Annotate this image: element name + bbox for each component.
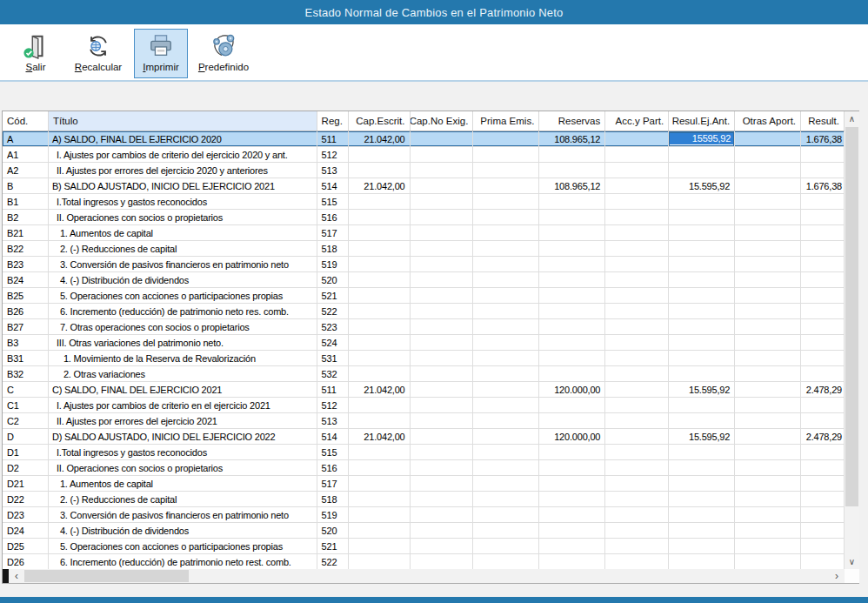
cell-B2-result[interactable] [801,210,845,224]
cell-B32-resul_ej_ant[interactable] [669,366,735,381]
cell-B24-result[interactable] [801,272,845,287]
cell-B22-resul_ej_ant[interactable] [669,241,735,256]
cell-A2-result[interactable] [801,163,845,178]
column-header-titulo[interactable]: Título [49,111,317,131]
cell-B32-acc_y_part[interactable] [605,366,669,381]
cell-D24-cap_no_exig[interactable] [411,523,474,538]
cell-B27-acc_y_part[interactable] [605,319,669,334]
cell-B2-prima_emis[interactable] [473,210,539,224]
cell-B23-reg[interactable]: 519 [317,257,349,271]
cell-D25-result[interactable] [801,539,845,553]
cell-A2-resul_ej_ant[interactable] [669,163,735,178]
column-header-reservas[interactable]: Reservas [539,111,605,131]
cell-D1-cod[interactable]: D1 [3,445,49,459]
cell-B3-cap_no_exig[interactable] [411,335,474,350]
cell-B2-cap_escrit[interactable] [349,210,411,224]
cell-B22-prima_emis[interactable] [473,241,539,256]
cell-A1-cap_no_exig[interactable] [411,147,474,162]
cell-D22-resul_ej_ant[interactable] [669,492,735,506]
cell-D2-result[interactable] [801,460,845,475]
cell-B32-cod[interactable]: B32 [3,366,49,381]
cell-C-resul_ej_ant[interactable]: 15.595,92 [669,382,735,397]
cell-D21-resul_ej_ant[interactable] [669,476,735,491]
cell-A2-prima_emis[interactable] [473,163,539,178]
cell-B25-prima_emis[interactable] [473,288,539,303]
column-header-acc_y_part[interactable]: Acc.y Part. [605,111,669,131]
cell-B32-cap_no_exig[interactable] [411,366,474,381]
scroll-up-icon[interactable]: ∧ [845,111,859,126]
cell-B31-otras_aport[interactable] [735,351,801,365]
table-row-A[interactable]: AA) SALDO, FINAL DEL EJERCICIO 202051121… [3,131,845,147]
cell-B24-cap_no_exig[interactable] [411,272,474,287]
cell-B3-reservas[interactable] [539,335,605,350]
cell-B25-cod[interactable]: B25 [3,288,49,303]
cell-D-otras_aport[interactable] [735,429,801,444]
cell-D2-resul_ej_ant[interactable] [669,460,735,475]
cell-B25-resul_ej_ant[interactable] [669,288,735,303]
cell-B26-cap_no_exig[interactable] [411,304,474,318]
cell-B1-prima_emis[interactable] [473,194,539,209]
cell-B2-cod[interactable]: B2 [3,210,49,224]
column-header-reg[interactable]: Reg. [317,111,349,131]
cell-D1-titulo[interactable]: I.Total ingresos y gastos reconocidos [49,445,317,459]
cell-A-reg[interactable]: 511 [317,131,349,146]
table-row-C[interactable]: CC) SALDO, FINAL DEL EJERCICIO 202151121… [3,382,845,398]
table-row-B25[interactable]: B255. Operaciones con acciones o partici… [3,288,845,304]
cell-B32-prima_emis[interactable] [473,366,539,381]
horizontal-scrollbar[interactable]: ‹ › [2,569,845,583]
column-header-cod[interactable]: Cód. [3,111,49,131]
cell-D25-cap_no_exig[interactable] [411,539,474,553]
cell-B27-result[interactable] [801,319,845,334]
cell-D22-acc_y_part[interactable] [605,492,669,506]
cell-A-reservas[interactable]: 108.965,12 [539,131,605,146]
cell-B3-titulo[interactable]: III. Otras variaciones del patrimonio ne… [49,335,317,350]
table-row-B26[interactable]: B266. Incremento (reducción) de patrimon… [3,304,845,319]
cell-B27-prima_emis[interactable] [473,319,539,334]
cell-B23-titulo[interactable]: 3. Conversión de pasivos financieros en … [49,257,317,271]
cell-C2-reservas[interactable] [539,413,605,428]
cell-B2-resul_ej_ant[interactable] [669,210,735,224]
cell-B24-prima_emis[interactable] [473,272,539,287]
cell-C2-cap_no_exig[interactable] [411,413,474,428]
cell-D23-otras_aport[interactable] [735,507,801,522]
cell-D2-titulo[interactable]: II. Operaciones con socios o propietario… [49,460,317,475]
cell-D21-reg[interactable]: 517 [317,476,349,491]
cell-B1-reservas[interactable] [539,194,605,209]
cell-B32-cap_escrit[interactable] [349,366,411,381]
cell-D2-cap_no_exig[interactable] [411,460,474,475]
cell-D23-acc_y_part[interactable] [605,507,669,522]
cell-B25-reg[interactable]: 521 [317,288,349,303]
cell-C-cod[interactable]: C [3,382,49,397]
cell-D22-otras_aport[interactable] [735,492,801,506]
cell-D26-result[interactable] [801,554,845,569]
cell-D22-prima_emis[interactable] [473,492,539,506]
cell-B26-acc_y_part[interactable] [605,304,669,318]
table-row-C1[interactable]: C1I. Ajustes por cambios de criterio en … [3,398,845,413]
cell-D21-cod[interactable]: D21 [3,476,49,491]
cell-B23-prima_emis[interactable] [473,257,539,271]
cell-B26-reg[interactable]: 522 [317,304,349,318]
cell-B31-acc_y_part[interactable] [605,351,669,365]
cell-C1-titulo[interactable]: I. Ajustes por cambios de criterio en el… [49,398,317,412]
cell-D24-result[interactable] [801,523,845,538]
cell-A2-reg[interactable]: 513 [317,163,349,178]
cell-D25-resul_ej_ant[interactable] [669,539,735,553]
cell-A1-reg[interactable]: 512 [317,147,349,162]
cell-D21-acc_y_part[interactable] [605,476,669,491]
cell-D26-cap_escrit[interactable] [349,554,411,569]
cell-D21-cap_no_exig[interactable] [411,476,474,491]
cell-B1-reg[interactable]: 515 [317,194,349,209]
table-row-B23[interactable]: B233. Conversión de pasivos financieros … [3,257,845,272]
cell-B24-reg[interactable]: 520 [317,272,349,287]
cell-B25-cap_no_exig[interactable] [411,288,474,303]
cell-B22-result[interactable] [801,241,845,256]
cell-C-reservas[interactable]: 120.000,00 [539,382,605,397]
cell-B3-prima_emis[interactable] [473,335,539,350]
cell-B3-otras_aport[interactable] [735,335,801,350]
cell-A2-titulo[interactable]: II. Ajustes por errores del ejercicio 20… [49,163,317,178]
table-row-D1[interactable]: D1I.Total ingresos y gastos reconocidos5… [3,445,845,460]
cell-B25-cap_escrit[interactable] [349,288,411,303]
cell-A1-result[interactable] [801,147,845,162]
table-row-B21[interactable]: B211. Aumentos de capital517 [3,225,845,241]
cell-B27-titulo[interactable]: 7. Otras operaciones con socios o propie… [49,319,317,334]
